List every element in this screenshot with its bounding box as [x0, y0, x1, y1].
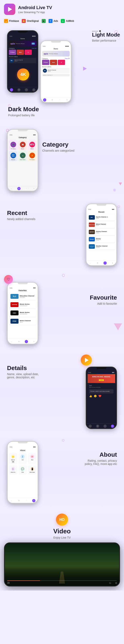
recent-item-movie: Movie Zone Movie Channel Movie: [88, 222, 115, 228]
dark-phone-nav: ⌂ ☰ ♡ ℹ: [8, 87, 38, 92]
badge-onesignal-label: OneSignal: [27, 20, 39, 22]
recent-phone: 9:41◼◼ Recent NFL Sports Channel_1 Sport…: [86, 204, 117, 266]
details-title: Details: [7, 364, 83, 371]
recent-text: Recent Newly added channels: [7, 204, 82, 266]
category-subtitle: Channels are categorized: [42, 149, 117, 152]
recent-subtitle: Newly added channels: [7, 218, 82, 221]
recent-title: Recent: [7, 210, 82, 216]
category-content: 9:41◼◼ Category 📺 TV Show 📰 News: [4, 127, 120, 194]
light-mode-title: Light Mode: [92, 32, 120, 38]
light-mode-phone: 9:41◼◼◼ Home epix Premium Movies Categor…: [40, 40, 71, 103]
badge-google-play: ▶: [42, 19, 46, 23]
about-subtitle: Rating, contact, privacy policy, FAQ, mo…: [41, 459, 117, 466]
onesignal-icon: 🔔: [22, 19, 26, 23]
recent-phone-wrap: 9:41◼◼ Recent NFL Sports Channel_1 Sport…: [86, 204, 117, 266]
fav-title: Favourite: [41, 294, 117, 301]
play-icon: [8, 7, 12, 12]
firebase-icon: 🔥: [4, 19, 8, 23]
about-screen-title: About: [9, 448, 36, 452]
badge-onesignal: 🔔 OneSignal: [22, 19, 39, 23]
about-title: About: [41, 451, 117, 458]
about-screen: 9:41◼◼ About ⭐ Rate Us 4.8 ℹ Info: [8, 444, 38, 497]
badge-ads: f Ads: [48, 19, 58, 23]
section-favourite: ♡ 9:41◼◼ Favorites TLC Education Channel…: [0, 272, 124, 350]
deco-tri-cat: [119, 182, 122, 185]
fav-item-showtime: SHOWTIME Movie Series Entertainment: [9, 301, 36, 308]
light-epix-banner: epix Premium Movies: [42, 51, 70, 56]
light-category-row: CategoryView All TV Show News H: [42, 58, 70, 65]
tv-content: 23 2u ⚙: [5, 543, 119, 586]
section-details: Details Name, view, upload date, genre, …: [0, 350, 124, 435]
dark-home-label: Home: [9, 38, 36, 40]
fav-phone: 9:41◼◼ Favorites TLC Education Channel E…: [7, 282, 38, 344]
tv-time-right: 2u: [109, 582, 111, 584]
section-about: 9:41◼◼ About ⭐ Rate Us 4.8 ℹ Info: [0, 435, 124, 510]
badge-admob-label: AdMob: [66, 20, 74, 22]
details-phone-nav: ⌂ ☰ ♡ ℹ: [86, 423, 116, 428]
details-text: Details Name, view, upload date, genre, …: [7, 356, 83, 429]
video-subtitle: Enjoy Live TV: [4, 536, 120, 539]
category-title: Category: [42, 141, 117, 148]
deco-tri-fav: [114, 324, 122, 330]
fav-item-fox: FOX News Channel News: [9, 318, 36, 325]
details-subtitle: Name, view, upload date, genre, descript…: [7, 372, 83, 379]
recent-screen: 9:41◼◼ Recent NFL Sports Channel_1 Sport…: [86, 207, 116, 260]
recent-item-weather: The Weather Channel Weather Channel Weat…: [88, 243, 115, 250]
category-phone: 9:41◼◼ Category 📺 TV Show 📰 News: [7, 129, 38, 192]
app-name: Android Live TV: [18, 5, 52, 10]
fav-item-tlc: TLC Education Channel Education: [9, 293, 36, 300]
details-phone: 9:41◼◼ BREAKING NEWS LIVE 24/7 2017-12-1…: [86, 366, 117, 429]
google-play-icon: ▶: [42, 19, 46, 23]
light-mode-subtitle: Better performance: [92, 39, 120, 42]
light-mode-label: Light Mode Better performance: [92, 30, 120, 42]
tv-time-left: 23: [7, 582, 9, 584]
about-item-rate[interactable]: ⭐ Rate Us 4.8: [9, 453, 17, 464]
category-text: Category Channels are categorized: [42, 129, 117, 152]
fav-screen-title: Favorites: [9, 290, 36, 292]
cat-notch: [18, 130, 28, 131]
about-item-chat[interactable]: 💬 Chat: [18, 465, 27, 474]
breaking-news-banner: BREAKING NEWS LIVE: [88, 374, 115, 383]
about-notch: [18, 442, 28, 443]
about-item-about-us[interactable]: ℹ About Us: [9, 465, 17, 474]
fav-text: Favourite Add to favourite: [41, 278, 117, 344]
about-phone: 9:41◼◼ About ⭐ Rate Us 4.8 ℹ Info: [7, 441, 38, 504]
play-btn-details[interactable]: [81, 354, 92, 366]
dark-mode-subtitle: Prolonged battery life: [8, 114, 116, 117]
admob-icon: A: [61, 19, 65, 23]
details-phone-wrap: 9:41◼◼ BREAKING NEWS LIVE 24/7 2017-12-1…: [86, 356, 117, 429]
about-phone-nav: ⌂ ☰ ♡ ℹ: [8, 498, 38, 503]
fav-phone-nav: ⌂ ☰ ♡ ℹ: [8, 339, 38, 344]
recent-notch: [96, 204, 107, 206]
dark-epix-banner: epix Premium Movies HD: [9, 41, 36, 46]
heart-badge: ♡: [4, 275, 13, 284]
facebook-icon: f: [48, 19, 53, 23]
badge-4k: 4K: [17, 68, 29, 80]
dark-mode-title: Dark Mode: [8, 106, 116, 112]
fav-phone-wrap: ♡ 9:41◼◼ Favorites TLC Education Channel…: [7, 278, 38, 344]
section-category: 9:41◼◼ Category 📺 TV Show 📰 News: [0, 123, 124, 198]
app-icon: [4, 4, 15, 15]
light-phone-screen: 9:41◼◼◼ Home epix Premium Movies Categor…: [41, 44, 71, 96]
badge-firebase: 🔥 Firebase: [4, 19, 19, 23]
about-item-more-apps[interactable]: 📱 More Apps: [28, 465, 36, 474]
fav-screen: 9:41◼◼ Favorites TLC Education Channel E…: [8, 286, 38, 338]
badge-firebase-label: Firebase: [9, 20, 19, 22]
details-screen: 9:41◼◼ BREAKING NEWS LIVE 24/7 2017-12-1…: [86, 370, 116, 422]
deco-circle-fav: [62, 274, 65, 277]
video-title: Video: [4, 528, 120, 535]
deco-circle-2: [8, 104, 10, 107]
light-status-bar: 9:41◼◼◼: [42, 46, 70, 48]
section-modes: ⬠ 9:41◼◼◼ Home epix Premium Movies: [0, 26, 124, 123]
badges-row: 🔥 Firebase 🔔 OneSignal ▶ f Ads A AdMob: [0, 17, 124, 26]
recent-item-nfl: NFL Sports Channel_1 Sports: [88, 214, 115, 221]
about-content-wrap: 9:41◼◼ About ⭐ Rate Us 4.8 ℹ Info: [4, 439, 120, 506]
tv-screen: 23 2u ⚙: [4, 542, 120, 586]
about-item-info[interactable]: ℹ Info: [18, 453, 27, 464]
light-phone-notch: [51, 41, 61, 42]
recent-content: Recent Newly added channels 9:41◼◼ Recen…: [4, 202, 120, 268]
about-item-mail[interactable]: ✉ Mail: [28, 453, 36, 464]
details-notch: [96, 367, 107, 369]
tv-settings-icon[interactable]: ⚙: [115, 582, 117, 584]
dark-phone-notch: [18, 31, 28, 32]
